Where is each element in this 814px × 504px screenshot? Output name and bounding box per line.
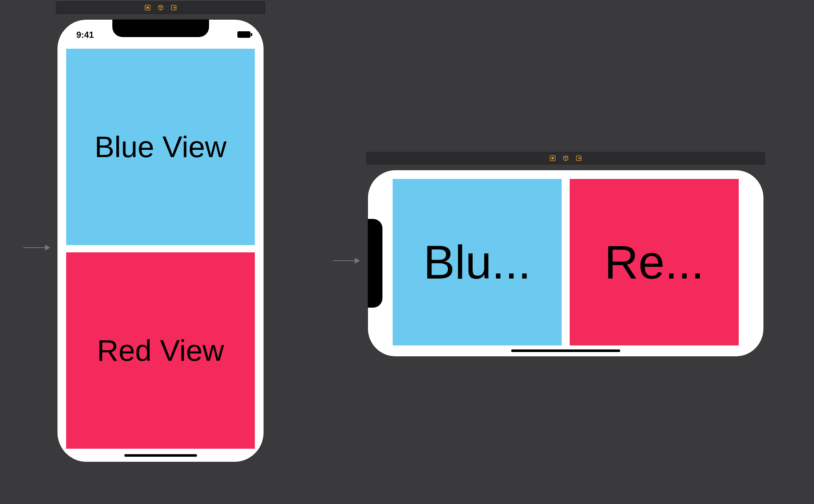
segue-arrow [333,260,359,261]
exit-icon[interactable] [576,155,582,161]
exit-icon[interactable] [171,4,177,11]
landscape-content: Blu... Re... [393,179,739,345]
red-view-label: Re... [604,235,704,289]
red-view-label: Red View [97,333,224,368]
blue-view-label: Blue View [95,130,226,164]
home-indicator [511,349,620,352]
home-indicator [124,454,197,457]
battery-icon [237,31,250,38]
device-notch [112,20,209,37]
cube-icon[interactable] [157,4,164,11]
scene-toolbar-landscape [366,152,765,164]
blue-view-label: Blu... [423,235,531,289]
segue-arrow [23,247,49,248]
scene-toolbar-portrait [56,1,265,14]
cube-icon[interactable] [562,155,569,161]
iphone-landscape-frame: Blu... Re... [368,170,763,356]
status-bar-time: 9:41 [76,30,94,40]
stop-square-icon[interactable] [549,155,556,161]
device-notch [368,219,382,308]
red-view-portrait[interactable]: Red View [66,252,255,449]
red-view-landscape[interactable]: Re... [570,179,739,345]
blue-view-landscape[interactable]: Blu... [393,179,562,345]
svg-rect-1 [147,7,149,9]
iphone-portrait-frame: 9:41 Blue View Red View [57,20,264,462]
blue-view-portrait[interactable]: Blue View [66,49,255,245]
stop-square-icon[interactable] [144,4,151,11]
svg-rect-4 [552,157,554,159]
